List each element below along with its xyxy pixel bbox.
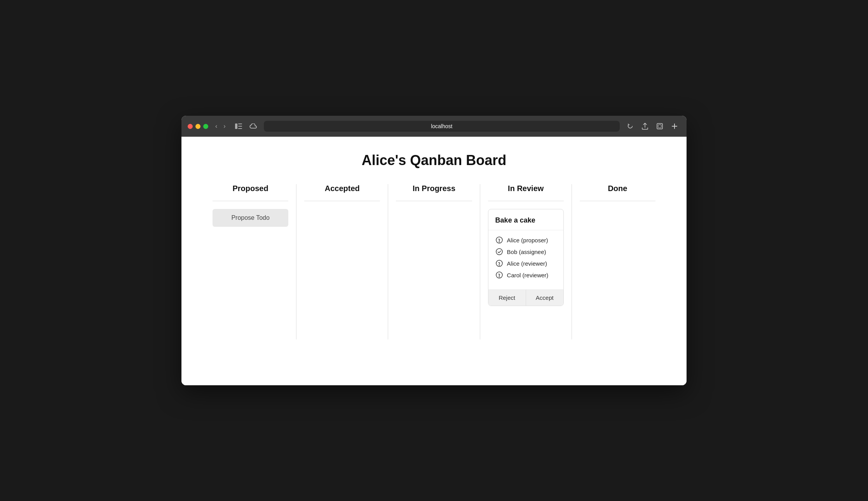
card-actions: Reject Accept xyxy=(488,289,563,306)
card-bake-a-cake: Bake a cake Alice (proposer xyxy=(488,209,564,306)
member-name: Alice (reviewer) xyxy=(507,260,547,267)
column-in-progress: In Progress xyxy=(388,184,480,339)
accept-button[interactable]: Accept xyxy=(526,290,563,306)
column-header-accepted: Accepted xyxy=(304,184,380,201)
nav-buttons: ‹ › xyxy=(213,122,228,130)
minimize-button[interactable] xyxy=(195,124,200,129)
svg-rect-3 xyxy=(238,128,242,129)
traffic-lights xyxy=(188,124,208,129)
share-button[interactable] xyxy=(639,120,651,132)
forward-button[interactable]: › xyxy=(221,122,228,130)
svg-point-7 xyxy=(499,242,500,242)
svg-rect-2 xyxy=(238,126,242,127)
member-name: Alice (proposer) xyxy=(507,237,548,244)
question-circle-icon-2 xyxy=(495,259,503,267)
svg-point-10 xyxy=(499,265,500,266)
column-proposed: Proposed Propose Todo xyxy=(205,184,296,339)
board-title: Alice's Qanban Board xyxy=(205,152,663,169)
reload-button[interactable] xyxy=(624,120,636,132)
column-accepted: Accepted xyxy=(296,184,388,339)
column-header-in-progress: In Progress xyxy=(396,184,472,201)
right-controls xyxy=(624,120,680,132)
page-content: Alice's Qanban Board Proposed Propose To… xyxy=(181,137,687,385)
card-body: Alice (proposer) Bob (assignee) xyxy=(488,230,563,286)
question-circle-icon-3 xyxy=(495,271,503,279)
back-button[interactable]: ‹ xyxy=(213,122,220,130)
new-tab-button[interactable] xyxy=(669,120,680,132)
tabs-button[interactable] xyxy=(654,120,666,132)
member-name: Bob (assignee) xyxy=(507,249,546,255)
close-button[interactable] xyxy=(188,124,193,129)
column-in-review: In Review Bake a cake xyxy=(480,184,572,339)
column-header-done: Done xyxy=(580,184,655,201)
sidebar-toggle-button[interactable] xyxy=(233,120,244,132)
member-carol-reviewer: Carol (reviewer) xyxy=(495,269,556,281)
browser-chrome: ‹ › xyxy=(181,116,687,137)
propose-todo-button[interactable]: Propose Todo xyxy=(213,209,288,227)
kanban-board: Proposed Propose Todo Accepted In Progre… xyxy=(205,184,663,339)
address-bar[interactable] xyxy=(264,121,620,132)
column-header-in-review: In Review xyxy=(488,184,564,201)
svg-point-12 xyxy=(499,277,500,277)
svg-rect-1 xyxy=(238,124,242,124)
svg-rect-4 xyxy=(657,124,662,129)
member-name: Carol (reviewer) xyxy=(507,272,549,278)
member-bob-assignee: Bob (assignee) xyxy=(495,246,556,257)
member-alice-reviewer: Alice (reviewer) xyxy=(495,257,556,269)
cloud-button[interactable] xyxy=(248,120,259,132)
column-header-proposed: Proposed xyxy=(213,184,288,201)
card-title: Bake a cake xyxy=(488,209,563,230)
question-circle-icon xyxy=(495,236,503,244)
maximize-button[interactable] xyxy=(203,124,208,129)
reject-button[interactable]: Reject xyxy=(488,290,526,306)
browser-controls xyxy=(233,120,259,132)
check-circle-icon xyxy=(495,248,503,256)
svg-point-8 xyxy=(496,249,502,255)
column-done: Done xyxy=(572,184,663,339)
member-alice-proposer: Alice (proposer) xyxy=(495,234,556,246)
browser-window: ‹ › xyxy=(181,116,687,385)
svg-rect-5 xyxy=(658,125,661,128)
svg-rect-0 xyxy=(235,124,237,129)
